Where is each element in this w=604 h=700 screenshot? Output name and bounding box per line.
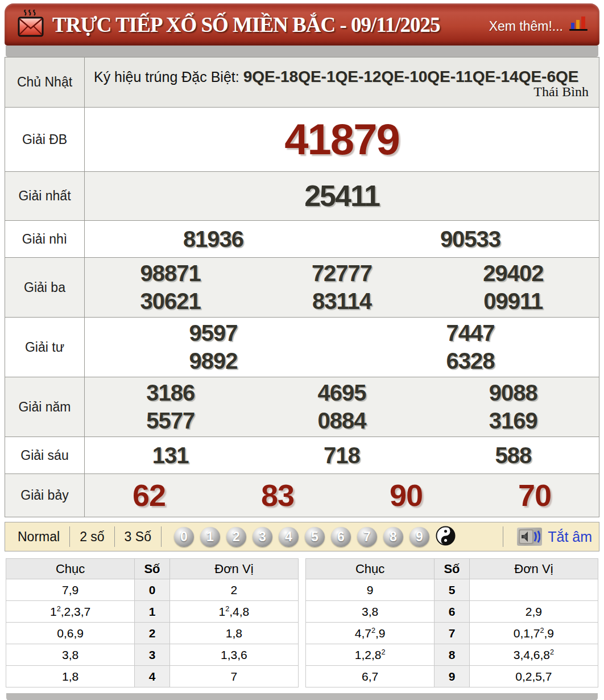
prize-numbers-db: 41879 — [85, 108, 599, 171]
stats-value-cell: 1,2,82 — [306, 644, 435, 666]
digit-ball-9[interactable]: 9 — [409, 527, 429, 547]
prize-number: 3186 — [85, 379, 256, 407]
prize-line: 62839070 — [85, 477, 599, 514]
prize-numbers-tu: 9597744798926328 — [85, 318, 599, 377]
digit-ball-4[interactable]: 4 — [279, 527, 299, 547]
stats-row: 3,831,3,6 — [6, 644, 299, 666]
stats-value-cell: 3,8 — [6, 644, 135, 666]
prize-line: 95977447 — [85, 319, 599, 347]
yin-yang-icon[interactable] — [436, 526, 456, 548]
page: TRỰC TIẾP XỔ SỐ MIỀN BẮC - 09/11/2025 Xe… — [0, 0, 604, 700]
stats-value-cell — [469, 579, 598, 601]
digit-ball-5[interactable]: 5 — [305, 527, 325, 547]
head-tail-stats: ChụcSốĐơn Vị7,90212,2,3,7112,4,80,6,921,… — [5, 551, 599, 693]
mode-normal[interactable]: Normal — [12, 529, 69, 545]
stats-digit-cell: 2 — [135, 623, 170, 644]
prize-row-tu: Giải tư9597744798926328 — [5, 317, 599, 377]
prize-number: 09911 — [428, 287, 599, 315]
see-more-link[interactable]: Xem thêm!... — [489, 19, 563, 34]
stats-value-cell: 3,4,6,82 — [469, 644, 598, 666]
stats-value-cell: 12,4,8 — [169, 601, 298, 623]
stats-header-left-2: Đơn Vị — [169, 559, 298, 579]
digit-ball-0[interactable]: 0 — [174, 527, 194, 547]
digit-ball-2[interactable]: 2 — [226, 527, 246, 547]
prize-label-bay: Giải bảy — [5, 474, 85, 517]
digit-ball-1[interactable]: 1 — [200, 527, 220, 547]
bar-chart-icon[interactable] — [569, 15, 589, 34]
stats-digit-cell: 4 — [135, 666, 170, 687]
stats-header-right-1: Số — [435, 559, 470, 579]
stats-value-cell: 4,72,9 — [306, 623, 435, 644]
stats-value-cell: 2,9 — [469, 601, 598, 623]
prize-row-nhat: Giải nhất25411 — [5, 171, 599, 220]
prize-number: 72777 — [256, 260, 427, 287]
prize-numbers-sau: 131718588 — [85, 437, 599, 473]
prize-number: 62 — [85, 477, 213, 514]
stats-row: 0,6,921,8 — [6, 623, 299, 644]
digit-ball-8[interactable]: 8 — [383, 527, 403, 547]
prize-number: 7447 — [342, 319, 599, 347]
digit-ball-7[interactable]: 7 — [357, 527, 377, 547]
speaker-icon[interactable] — [517, 528, 542, 546]
stats-value-cell: 12,2,3,7 — [6, 601, 135, 623]
stats-row: 1,2,8283,4,6,82 — [306, 644, 598, 666]
stats-header-left-1: Số — [135, 559, 170, 579]
prize-rows: Giải ĐB41879Giải nhất25411Giải nhì819369… — [5, 107, 599, 517]
stats-digit-cell: 7 — [435, 623, 470, 644]
toolbar: Normal 2 số 3 Số 0123456789 Tắt âm — [5, 522, 599, 551]
stats-digit-cell: 3 — [135, 644, 170, 666]
stats-row: 6,790,2,5,7 — [306, 666, 598, 687]
stats-row: 1,847 — [6, 666, 299, 687]
stats-digit-cell: 0 — [135, 579, 170, 601]
stats-header-right-0: Chục — [306, 559, 435, 579]
stats-row: 12,2,3,7112,4,8 — [6, 601, 299, 623]
prize-number: 718 — [256, 442, 427, 470]
prize-line: 98926328 — [85, 347, 599, 375]
stats-header-right-2: Đơn Vị — [469, 559, 598, 579]
prize-number: 81936 — [85, 225, 342, 253]
prize-numbers-bay: 62839070 — [85, 474, 599, 517]
digit-ball-3[interactable]: 3 — [253, 527, 272, 547]
info-row: Chủ Nhật Ký hiệu trúng Đặc Biệt: 9QE-18Q… — [5, 57, 599, 107]
sound-controls: Tắt âm — [503, 526, 592, 547]
prize-label-sau: Giải sáu — [5, 437, 85, 473]
prize-number: 29402 — [428, 260, 599, 287]
stats-header-left-0: Chục — [6, 559, 135, 579]
prize-label-ba: Giải ba — [5, 258, 85, 317]
stats-value-cell: 9 — [306, 579, 435, 601]
province-name: Thái Bình — [533, 81, 589, 102]
stats-digit-cell: 9 — [435, 666, 470, 687]
prize-line: 131718588 — [85, 442, 599, 470]
toolbar-divider — [503, 526, 503, 547]
stats-value-cell: 0,6,9 — [6, 623, 135, 644]
prize-label-nam: Giải năm — [5, 377, 85, 437]
prize-number: 90533 — [342, 225, 599, 253]
prize-number: 131 — [85, 442, 256, 470]
prize-numbers-nam: 318646959088557708843169 — [85, 377, 599, 437]
stats-row: 7,902 — [6, 579, 299, 601]
stats-digit-cell: 6 — [435, 601, 470, 623]
sign-label: Ký hiệu trúng Đặc Biệt: — [94, 69, 243, 85]
prize-number: 98871 — [85, 260, 256, 287]
results-board: Chủ Nhật Ký hiệu trúng Đặc Biệt: 9QE-18Q… — [5, 57, 599, 517]
prize-number: 9597 — [85, 319, 342, 347]
prize-number: 9892 — [85, 347, 342, 375]
envelope-icon — [17, 10, 44, 39]
prize-number: 30621 — [85, 287, 256, 315]
stats-value-cell: 7,9 — [6, 579, 135, 601]
mode-2-so[interactable]: 2 số — [70, 529, 114, 545]
prize-number: 9088 — [428, 379, 599, 407]
prize-row-db: Giải ĐB41879 — [5, 107, 599, 171]
prize-label-tu: Giải tư — [5, 318, 85, 377]
mute-button[interactable]: Tắt âm — [548, 529, 592, 545]
stats-table-left: ChụcSốĐơn Vị7,90212,2,3,7112,4,80,6,921,… — [6, 558, 299, 687]
stats-row: 3,862,9 — [306, 601, 598, 623]
stats-value-cell: 6,7 — [306, 666, 435, 687]
stats-value-cell: 1,3,6 — [169, 644, 298, 666]
digit-ball-6[interactable]: 6 — [331, 527, 351, 547]
stats-row: 4,72,970,1,72,9 — [306, 623, 598, 644]
prize-line: 25411 — [85, 178, 599, 214]
mode-3-so[interactable]: 3 Số — [115, 529, 161, 545]
prize-label-db: Giải ĐB — [5, 108, 85, 171]
prize-number: 0884 — [256, 407, 427, 435]
